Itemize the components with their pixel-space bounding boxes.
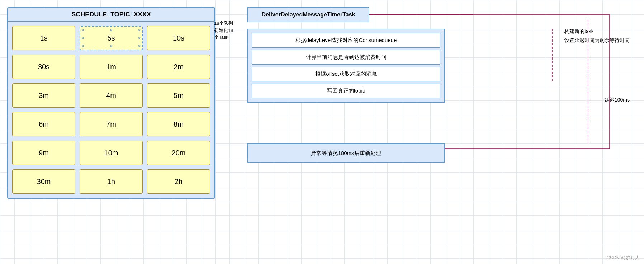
cell-label-7m: 7m [106,120,116,128]
cell-label-1h: 1h [107,178,115,186]
main-flow-box: 根据delayLevel查找对应的Consumequeue计算当前消息是否到达被… [247,29,445,103]
schedule-title: SCHEDULE_TOPIC_XXXX [8,8,214,22]
timer-task-label: DeliverDelayedMessageTimerTask [262,11,355,18]
schedule-cell-7m: 7m [80,112,143,136]
cell-label-5m: 5m [174,91,184,100]
delay-annotation: 延迟100ms [605,97,630,103]
x-mark: × [138,36,141,40]
schedule-cell-1m: 1m [80,55,143,79]
cell-label-9m: 9m [39,149,49,157]
x-mark: × [82,28,84,32]
x-mark: × [82,36,84,40]
cell-label-30s: 30s [38,63,49,71]
cell-label-6m: 6m [39,120,49,128]
right-annotation: 构建新的task 设置延迟时间为剩余等待时间 [564,27,630,45]
delay-label: 延迟100ms [605,97,630,103]
x-mark: × [110,44,112,48]
x-mark: × [138,28,141,32]
x-mark: × [110,28,112,32]
exception-label: 异常等情况100ms后重新处理 [311,150,381,157]
cell-label-2h: 2h [175,178,183,186]
flow-step-1: 计算当前消息是否到达被消费时间 [252,50,440,65]
cell-label-1m: 1m [106,63,116,71]
cell-label-30m: 30m [37,178,51,186]
flow-step-2: 根据offset获取对应的消息 [252,67,440,81]
task-init2-label: 个Task [214,34,228,40]
cell-label-2m: 2m [174,63,184,71]
flow-step-0: 根据delayLevel查找对应的Consumequeue [252,33,440,48]
schedule-panel: SCHEDULE_TOPIC_XXXX 1s5s××××××××10s30s1m… [7,7,215,199]
schedule-cell-9m: 9m [12,141,75,165]
watermark: CSDN @岁月人 [606,255,640,261]
schedule-cell-30m: 30m [12,169,75,194]
cell-label-10m: 10m [104,149,118,157]
watermark-text: CSDN @岁月人 [606,255,640,260]
cell-label-10s: 10s [173,34,184,42]
schedule-cell-1s: 1s [12,26,75,50]
schedule-cell-10m: 10m [80,141,143,165]
schedule-cell-8m: 8m [147,112,210,136]
cell-label-4m: 4m [106,91,116,100]
timer-task-box: DeliverDelayedMessageTimerTask [247,7,369,22]
right-top1-label: 构建新的task [564,27,630,36]
schedule-cell-4m: 4m [80,83,143,108]
cell-label-5s: 5s [107,34,115,42]
schedule-cell-10s: 10s [147,26,210,50]
cell-label-8m: 8m [174,120,184,128]
flow-area: DeliverDelayedMessageTimerTask 根据delayLe… [229,7,637,257]
schedule-cell-1h: 1h [80,169,143,194]
schedule-cell-5m: 5m [147,83,210,108]
schedule-cell-3m: 3m [12,83,75,108]
cell-label-3m: 3m [39,91,49,100]
x-mark: × [82,44,84,48]
flow-step-3: 写回真正的topic [252,84,440,98]
exception-box: 异常等情况100ms后重新处理 [247,143,445,163]
schedule-cell-30s: 30s [12,55,75,79]
cell-label-20m: 20m [172,149,186,157]
schedule-cell-2m: 2m [147,55,210,79]
schedule-cell-2h: 2h [147,169,210,194]
schedule-grid: 1s5s××××××××10s30s1m2m3m4m5m6m7m8m9m10m2… [8,22,214,198]
x-mark: × [138,44,141,48]
schedule-cell-20m: 20m [147,141,210,165]
schedule-cell-5s: 5s×××××××× [80,26,143,50]
cell-label-1s: 1s [40,34,47,42]
schedule-cell-6m: 6m [12,112,75,136]
right-top2-label: 设置延迟时间为剩余等待时间 [564,36,630,45]
